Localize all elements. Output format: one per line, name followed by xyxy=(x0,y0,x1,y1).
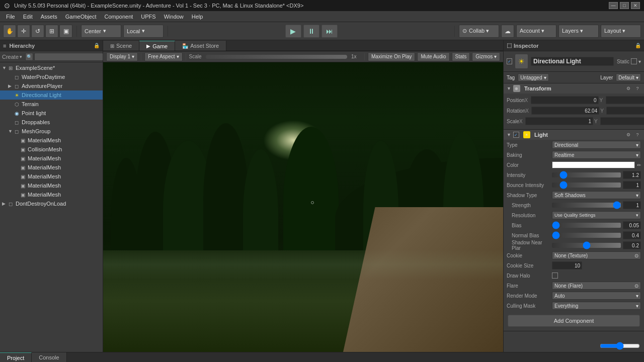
menu-item-edit[interactable]: Edit xyxy=(19,13,37,21)
position-y-input[interactable] xyxy=(606,96,644,104)
static-arrow-icon[interactable]: ▾ xyxy=(638,59,641,64)
cookie-dropdown[interactable]: None (Texture) ⊙ xyxy=(552,251,641,259)
rect-tool[interactable]: ▣ xyxy=(59,25,72,38)
bottom-tab-console[interactable]: Console xyxy=(32,352,66,362)
scale-slider[interactable] xyxy=(206,55,347,59)
hierarchy-item[interactable]: ▼⊞ExampleScene* xyxy=(0,63,103,72)
shadow-near-input[interactable] xyxy=(623,241,641,249)
bounce-input[interactable] xyxy=(623,181,641,189)
add-component-button[interactable]: Add Component xyxy=(508,315,640,327)
rotate-tool[interactable]: ↺ xyxy=(31,25,44,38)
type-dropdown[interactable]: Directional ▾ xyxy=(552,141,641,149)
intensity-input[interactable] xyxy=(623,171,641,179)
light-header[interactable]: ▼ ☀ Light ⚙ ? xyxy=(504,130,644,140)
view-tab-game[interactable]: ▶Game xyxy=(139,41,175,51)
close-button[interactable]: ✕ xyxy=(631,2,640,9)
hierarchy-lock-icon[interactable]: 🔒 xyxy=(94,43,100,48)
create-label[interactable]: Create xyxy=(2,54,19,60)
layers-dropdown[interactable]: Layers ▾ xyxy=(558,25,599,38)
baking-dropdown[interactable]: Realtime ▾ xyxy=(552,151,641,159)
position-x-input[interactable] xyxy=(531,96,599,104)
inspector-lock-icon[interactable]: 🔒 xyxy=(635,43,641,48)
tag-dropdown[interactable]: Untagged ▾ xyxy=(518,73,548,81)
local-dropdown[interactable]: Local ▾ xyxy=(123,25,164,38)
menu-item-file[interactable]: File xyxy=(2,13,19,21)
hierarchy-search-input[interactable] xyxy=(34,53,103,61)
flare-dropdown[interactable]: None (Flare) ⊙ xyxy=(552,282,641,290)
aspect-dropdown[interactable]: Free Aspect ▾ xyxy=(144,52,182,61)
intensity-slider[interactable] xyxy=(552,172,621,177)
bounce-slider[interactable] xyxy=(552,183,621,188)
menu-item-help[interactable]: Help xyxy=(188,13,207,21)
search-icon-btn[interactable]: 🔍 xyxy=(25,53,33,61)
transform-help-icon[interactable]: ? xyxy=(634,85,641,92)
hierarchy-item[interactable]: ▶◻DontDestroyOnLoad xyxy=(0,199,103,208)
resolution-dropdown[interactable]: Use Quality Settings ▾ xyxy=(552,211,641,219)
move-tool[interactable]: ✛ xyxy=(17,25,30,38)
object-active-checkbox[interactable] xyxy=(507,58,512,64)
menu-item-gameobject[interactable]: GameObject xyxy=(61,13,101,21)
hierarchy-item[interactable]: ▣MaterialMesh xyxy=(0,154,103,163)
rotation-x-input[interactable] xyxy=(531,107,599,115)
gizmos-btn[interactable]: Gizmos ▾ xyxy=(472,52,500,61)
hierarchy-item[interactable]: ▶◻AdventurePlayer xyxy=(0,81,103,90)
layer-dropdown[interactable]: Default ▾ xyxy=(616,73,641,81)
hierarchy-item[interactable]: ⬡Terrain xyxy=(0,100,103,109)
maximize-button[interactable]: □ xyxy=(620,2,629,9)
view-tab-asset-store[interactable]: 🏪Asset Store xyxy=(175,41,226,51)
cloud-button[interactable]: ☁ xyxy=(501,25,514,38)
menu-item-component[interactable]: Component xyxy=(100,13,137,21)
light-help-icon[interactable]: ? xyxy=(634,131,641,138)
minimize-button[interactable]: — xyxy=(609,2,618,9)
strength-input[interactable] xyxy=(623,201,641,209)
hierarchy-item[interactable]: ▣MaterialMesh xyxy=(0,163,103,172)
rotation-y-input[interactable] xyxy=(606,107,644,115)
object-name-input[interactable] xyxy=(531,57,614,66)
culling-dropdown[interactable]: Everything ▾ xyxy=(552,302,641,310)
pause-button[interactable]: ⏸ xyxy=(303,25,319,38)
hierarchy-item[interactable]: ◻WaterProDaytime xyxy=(0,72,103,81)
transform-settings-icon[interactable]: ⚙ xyxy=(625,85,632,92)
normal-bias-input[interactable] xyxy=(623,231,641,239)
bias-input[interactable] xyxy=(623,221,641,229)
strength-slider[interactable] xyxy=(552,203,621,208)
hierarchy-item[interactable]: ▣MaterialMesh xyxy=(0,172,103,181)
static-checkbox[interactable] xyxy=(631,58,637,64)
hierarchy-item[interactable]: ▣MaterialMesh xyxy=(0,181,103,190)
menu-item-assets[interactable]: Assets xyxy=(37,13,61,21)
shadow-type-dropdown[interactable]: Soft Shadows ▾ xyxy=(552,191,641,199)
cookie-size-input[interactable] xyxy=(552,261,582,269)
play-button[interactable]: ▶ xyxy=(285,25,301,38)
hierarchy-item[interactable]: ▣MaterialMesh xyxy=(0,190,103,199)
draw-halo-checkbox[interactable] xyxy=(552,273,558,279)
render-mode-dropdown[interactable]: Auto ▾ xyxy=(552,292,641,300)
stats-btn[interactable]: Stats xyxy=(452,52,470,61)
display-dropdown[interactable]: Display 1 ▾ xyxy=(106,52,138,61)
scale-x-input[interactable] xyxy=(525,117,593,125)
shadow-near-slider[interactable] xyxy=(552,243,621,248)
hierarchy-item[interactable]: ▣CollisionMesh xyxy=(0,145,103,154)
maximize-on-play-btn[interactable]: Maximize On Play xyxy=(368,52,416,61)
view-tab-scene[interactable]: ⊞Scene xyxy=(103,41,139,51)
account-dropdown[interactable]: Account ▾ xyxy=(516,25,556,38)
mute-audio-btn[interactable]: Mute Audio xyxy=(417,52,449,61)
bias-slider[interactable] xyxy=(552,223,621,228)
color-swatch[interactable] xyxy=(552,161,635,168)
hierarchy-item[interactable]: ◻Droppables xyxy=(0,118,103,127)
asset-size-slider[interactable] xyxy=(600,342,640,350)
hierarchy-item[interactable]: ☀Directional Light xyxy=(0,90,103,100)
collab-dropdown[interactable]: ⊙ Collab ▾ xyxy=(459,25,499,38)
scale-tool[interactable]: ⊞ xyxy=(45,25,58,38)
hierarchy-item[interactable]: ▼◻MeshGroup xyxy=(0,127,103,136)
transform-header[interactable]: ▼ ⊕ Transform ⚙ ? xyxy=(504,83,644,94)
hierarchy-item[interactable]: ▣MaterialMesh xyxy=(0,136,103,145)
menu-item-upfs[interactable]: UPFS xyxy=(137,13,159,21)
hand-tool[interactable]: ✋ xyxy=(3,25,16,38)
normal-bias-slider[interactable] xyxy=(552,233,621,238)
layout-dropdown[interactable]: Layout ▾ xyxy=(601,25,641,38)
bottom-tab-project[interactable]: Project xyxy=(0,352,32,362)
light-settings-icon[interactable]: ⚙ xyxy=(625,131,632,138)
center-dropdown[interactable]: Center ▾ xyxy=(81,25,121,38)
scale-y-input[interactable] xyxy=(600,117,644,125)
menu-item-window[interactable]: Window xyxy=(160,13,188,21)
